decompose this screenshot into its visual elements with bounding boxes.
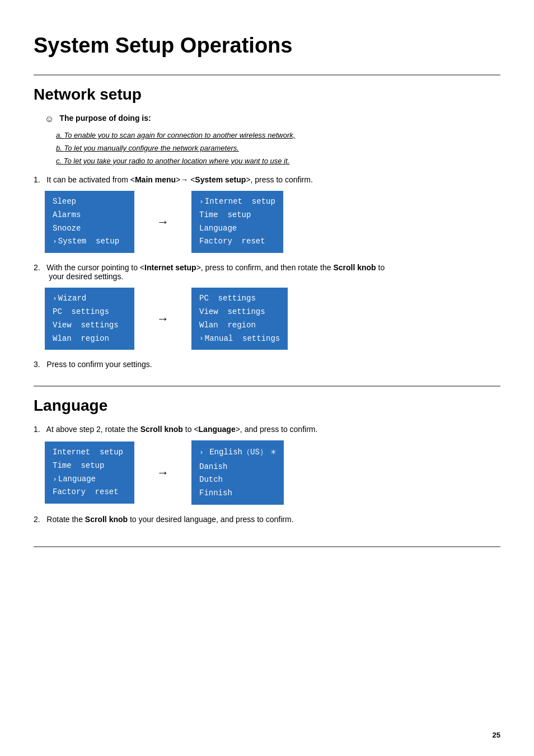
menu-box-1-right: ›Internet setup Time setup Language Fact… xyxy=(191,191,283,253)
menu-box-2-right: PC settings View settings Wlan region ›M… xyxy=(191,288,288,350)
menu-item: Wlan region xyxy=(199,319,280,332)
menu-item: Internet setup xyxy=(53,446,127,459)
arrow-icon-1: → xyxy=(157,215,169,229)
language-heading: Language xyxy=(34,397,500,415)
menu-box-3-left: Internet setup Time setup ›Language Fact… xyxy=(45,442,134,504)
step-1: 1. It can be activated from <Main menu>→… xyxy=(34,175,500,253)
menu-item: Time setup xyxy=(199,209,275,222)
menu-box-2-left: › Wizard PC settings View settings Wlan … xyxy=(45,288,134,350)
menu-item: View settings xyxy=(53,319,127,332)
menu-item: Sleep xyxy=(53,195,127,209)
network-setup-heading: Network setup xyxy=(34,86,500,104)
menu-item: Snooze xyxy=(53,222,127,236)
purpose-item-b: To let you manually configure the networ… xyxy=(56,144,500,152)
purpose-item-a: To enable you to scan again for connecti… xyxy=(56,131,500,139)
diagram-3: Internet setup Time setup ›Language Fact… xyxy=(45,440,500,505)
lang-step-1: 1. At above step 2, rotate the Scroll kn… xyxy=(34,425,500,505)
menu-item: Alarms xyxy=(53,209,127,222)
menu-item-active: ›System setup xyxy=(53,235,127,248)
menu-item-active: ›Manual settings xyxy=(199,332,280,346)
bottom-rule xyxy=(34,546,500,547)
page-title: System Setup Operations xyxy=(34,34,500,58)
lang-step-2-text: 2. Rotate the Scroll knob to your desire… xyxy=(34,515,500,524)
menu-item: Time setup xyxy=(53,459,127,473)
menu-item: Wlan region xyxy=(53,332,127,346)
smiley-icon: ☺ xyxy=(45,114,54,124)
arrow-icon-3: → xyxy=(157,466,169,480)
lang-step-2: 2. Rotate the Scroll knob to your desire… xyxy=(34,515,500,524)
page-number: 25 xyxy=(493,731,500,739)
purpose-list: To enable you to scan again for connecti… xyxy=(56,131,500,165)
menu-box-3-right: › English（US）✳ Danish Dutch Finnish xyxy=(191,440,284,505)
menu-item-active: › English（US）✳ xyxy=(199,445,276,460)
menu-item: Language xyxy=(199,222,275,236)
menu-item: Finnish xyxy=(199,487,276,500)
language-section: Language 1. At above step 2, rotate the … xyxy=(34,386,500,524)
diagram-1: Sleep Alarms Snooze ›System setup → ›Int… xyxy=(45,191,500,253)
step-3: 3. Press to confirm your settings. xyxy=(34,360,500,369)
arrow-icon-2: → xyxy=(157,312,169,326)
purpose-item-c: To let you take your radio to another lo… xyxy=(56,157,500,165)
menu-item: Dutch xyxy=(199,473,276,487)
menu-item: View settings xyxy=(199,306,280,319)
menu-item: Danish xyxy=(199,461,276,474)
menu-item: Factory reset xyxy=(53,486,127,499)
menu-item-active: › Wizard xyxy=(53,292,127,306)
menu-item: Factory reset xyxy=(199,235,275,248)
menu-item: PC settings xyxy=(199,292,280,306)
network-setup-section: Network setup ☺ The purpose of doing is:… xyxy=(34,74,500,369)
purpose-label: The purpose of doing is: xyxy=(59,114,151,123)
purpose-block: ☺ The purpose of doing is: xyxy=(45,114,500,124)
menu-item-active: ›Internet setup xyxy=(199,195,275,209)
diagram-2: › Wizard PC settings View settings Wlan … xyxy=(45,288,500,350)
step-3-text: 3. Press to confirm your settings. xyxy=(34,360,500,369)
lang-step-1-text: 1. At above step 2, rotate the Scroll kn… xyxy=(34,425,500,434)
menu-item: PC settings xyxy=(53,306,127,319)
menu-box-1-left: Sleep Alarms Snooze ›System setup xyxy=(45,191,134,253)
menu-item-active: ›Language xyxy=(53,473,127,486)
step-1-text: 1. It can be activated from <Main menu>→… xyxy=(34,175,500,184)
step-2: 2. With the cursor pointing to <Internet… xyxy=(34,263,500,350)
step-2-text: 2. With the cursor pointing to <Internet… xyxy=(34,263,500,281)
